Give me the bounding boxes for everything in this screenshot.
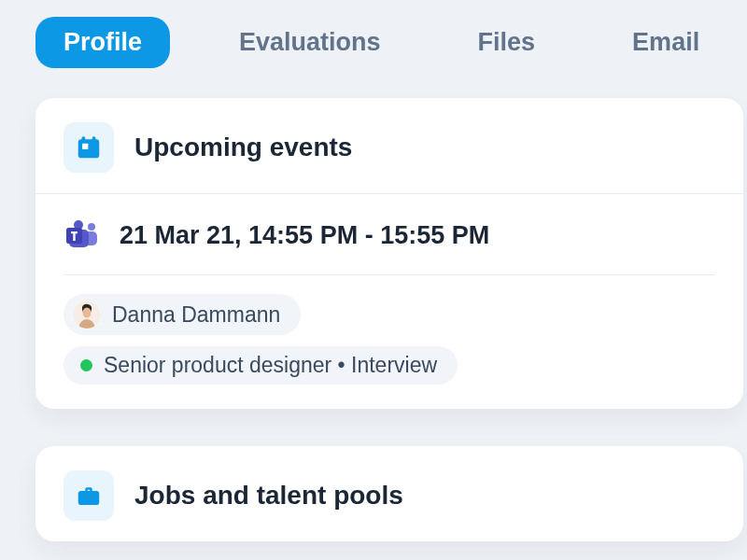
upcoming-events-card: Upcoming events 21 Mar 21, 14:55 PM - 15… — [35, 98, 743, 409]
event-time-row[interactable]: 21 Mar 21, 14:55 PM - 15:55 PM — [35, 194, 743, 274]
svg-rect-1 — [82, 144, 88, 149]
avatar — [73, 301, 101, 329]
event-badges: Danna Dammann Senior product designer • … — [35, 275, 743, 409]
role-line: Senior product designer • Interview — [104, 353, 437, 378]
tabs-bar: Profile Evaluations Files Email Ta — [35, 17, 747, 68]
upcoming-events-header: Upcoming events — [35, 98, 743, 194]
svg-rect-0 — [78, 139, 100, 158]
tab-email[interactable]: Email — [604, 17, 727, 68]
event-time: 21 Mar 21, 14:55 PM - 15:55 PM — [120, 221, 489, 250]
participant-pill[interactable]: Danna Dammann — [63, 294, 301, 335]
briefcase-icon — [63, 470, 114, 521]
calendar-icon — [63, 122, 114, 173]
svg-point-10 — [83, 308, 92, 318]
jobs-card-header: Jobs and talent pools — [35, 446, 743, 541]
jobs-card-title: Jobs and talent pools — [134, 481, 403, 511]
svg-rect-11 — [78, 491, 100, 505]
role-pill[interactable]: Senior product designer • Interview — [63, 346, 458, 385]
jobs-card: Jobs and talent pools — [35, 446, 743, 541]
svg-rect-3 — [92, 136, 96, 141]
teams-icon — [63, 217, 101, 254]
upcoming-events-title: Upcoming events — [134, 133, 352, 162]
svg-point-5 — [88, 223, 95, 231]
svg-rect-2 — [82, 136, 86, 141]
status-dot-icon — [80, 359, 92, 371]
tab-profile[interactable]: Profile — [35, 17, 170, 68]
tab-files[interactable]: Files — [450, 17, 564, 68]
participant-name: Danna Dammann — [112, 302, 280, 328]
tab-evaluations[interactable]: Evaluations — [211, 17, 409, 68]
